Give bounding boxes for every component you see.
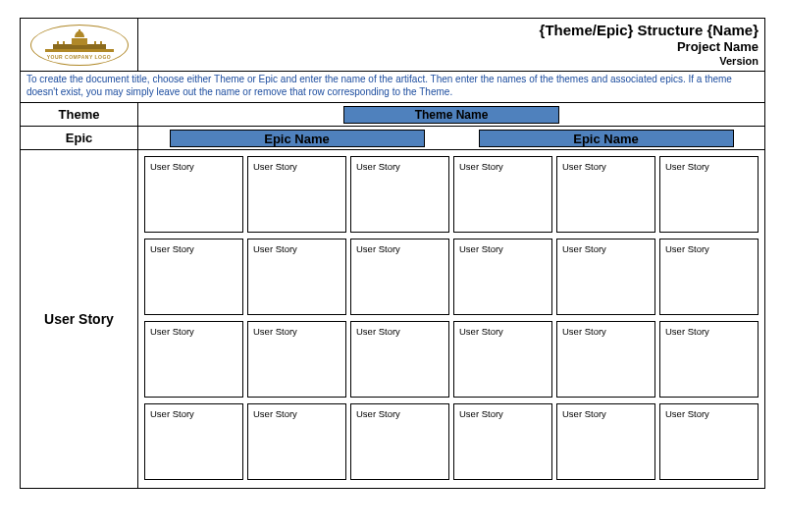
user-story-card[interactable]: User Story	[247, 403, 346, 480]
epic-name-pill-2[interactable]: Epic Name	[479, 130, 734, 147]
user-story-card[interactable]: User Story	[144, 239, 243, 315]
grid-row: User Story User Story User Story User St…	[144, 403, 759, 480]
svg-rect-3	[78, 29, 80, 31]
svg-rect-5	[63, 41, 65, 44]
grid-row: User Story User Story User Story User St…	[144, 321, 759, 398]
svg-rect-2	[72, 38, 87, 45]
user-story-card[interactable]: User Story	[350, 239, 449, 315]
user-story-card[interactable]: User Story	[144, 156, 243, 233]
doc-title: {Theme/Epic} Structure {Name}	[138, 22, 759, 39]
user-story-card[interactable]: User Story	[453, 156, 552, 233]
user-story-card[interactable]: User Story	[350, 321, 449, 398]
epic-row: Epic Epic Name Epic Name	[21, 127, 764, 150]
theme-row: Theme Theme Name	[21, 103, 764, 127]
user-story-card[interactable]: User Story	[350, 403, 449, 480]
user-story-card[interactable]: User Story	[453, 239, 552, 315]
user-story-card[interactable]: User Story	[659, 321, 759, 398]
grid-row: User Story User Story User Story User St…	[144, 156, 759, 233]
document-frame: YOUR COMPANY LOGO {Theme/Epic} Structure…	[20, 18, 765, 489]
user-story-card[interactable]: User Story	[659, 156, 759, 233]
capitol-icon	[45, 29, 114, 53]
user-story-card[interactable]: User Story	[659, 403, 759, 480]
user-story-card[interactable]: User Story	[247, 156, 346, 233]
user-story-card[interactable]: User Story	[247, 239, 346, 315]
theme-content: Theme Name	[138, 103, 764, 126]
theme-label: Theme	[21, 103, 138, 126]
user-story-card[interactable]: User Story	[659, 239, 759, 315]
user-story-card[interactable]: User Story	[453, 321, 552, 398]
grid-row: User Story User Story User Story User St…	[144, 239, 759, 315]
epics-content: Epic Name Epic Name	[138, 127, 764, 149]
user-story-card[interactable]: User Story	[556, 156, 655, 233]
epic-name-pill-1[interactable]: Epic Name	[170, 130, 425, 147]
user-story-label: User Story	[21, 150, 138, 488]
svg-rect-6	[94, 41, 96, 44]
user-story-card[interactable]: User Story	[144, 321, 243, 398]
logo-text: YOUR COMPANY LOGO	[47, 54, 112, 60]
logo-cell: YOUR COMPANY LOGO	[21, 19, 138, 71]
user-story-card[interactable]: User Story	[556, 321, 655, 398]
user-story-card[interactable]: User Story	[556, 239, 655, 315]
svg-rect-4	[57, 41, 59, 44]
theme-name-pill[interactable]: Theme Name	[343, 106, 559, 124]
stories-grid: User Story User Story User Story User St…	[138, 150, 764, 488]
user-story-card[interactable]: User Story	[453, 403, 552, 480]
instructions-text: To create the document title, choose eit…	[21, 72, 764, 103]
epic-label: Epic	[21, 127, 138, 149]
version: Version	[138, 55, 759, 68]
user-story-card[interactable]: User Story	[556, 403, 655, 480]
svg-rect-0	[45, 49, 114, 52]
user-story-card[interactable]: User Story	[247, 321, 346, 398]
user-story-card[interactable]: User Story	[144, 403, 243, 480]
title-cell: {Theme/Epic} Structure {Name} Project Na…	[138, 19, 764, 71]
svg-rect-7	[100, 41, 102, 44]
header-row: YOUR COMPANY LOGO {Theme/Epic} Structure…	[21, 19, 764, 72]
user-story-card[interactable]: User Story	[350, 156, 449, 233]
project-name: Project Name	[138, 39, 759, 55]
company-logo: YOUR COMPANY LOGO	[30, 25, 129, 66]
stories-row: User Story User Story User Story User St…	[21, 150, 764, 488]
